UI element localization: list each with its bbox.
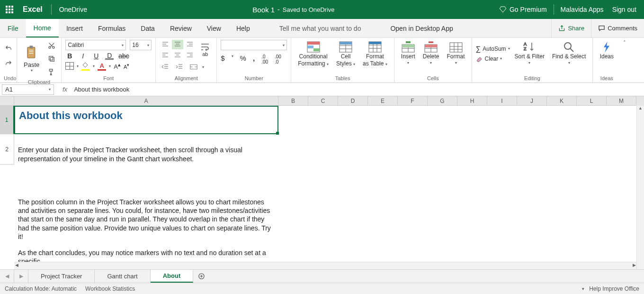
table-icon xyxy=(368,41,382,53)
grow-font-button[interactable]: A▴ xyxy=(114,62,121,70)
tab-file[interactable]: File xyxy=(0,19,26,37)
decrease-indent-button[interactable] xyxy=(160,61,171,73)
fill-color-button[interactable] xyxy=(81,62,90,70)
number-format-select[interactable]: ▾ xyxy=(221,40,287,50)
row-header-2[interactable]: 2 xyxy=(0,134,14,165)
redo-button[interactable] xyxy=(3,58,14,69)
open-desktop-button[interactable]: Open in Desktop App xyxy=(383,19,460,37)
cell-A3[interactable]: The position column in the Project Track… xyxy=(14,196,278,267)
tab-formulas[interactable]: Formulas xyxy=(90,19,133,37)
font-size-select[interactable]: 16▾ xyxy=(130,40,152,50)
onedrive-label[interactable]: OneDrive xyxy=(52,6,95,13)
formula-input[interactable]: About this workbook xyxy=(72,86,644,93)
app-launcher[interactable] xyxy=(0,0,19,19)
format-cells-button[interactable]: Format▾ xyxy=(444,40,468,66)
tab-insert[interactable]: Insert xyxy=(59,19,90,37)
align-center[interactable] xyxy=(172,50,183,60)
col-header-M[interactable]: M xyxy=(607,96,636,106)
col-header-G[interactable]: G xyxy=(428,96,457,106)
cell-styles-button[interactable]: CellStyles ▾ xyxy=(333,40,358,68)
sheet-tab-gantt-chart[interactable]: Gantt chart xyxy=(95,270,150,283)
tab-help[interactable]: Help xyxy=(229,19,258,37)
borders-button[interactable] xyxy=(65,62,74,70)
cell-A2[interactable]: Enter your data in the Project Tracker w… xyxy=(14,134,278,165)
col-header-B[interactable]: B xyxy=(278,96,308,106)
align-left[interactable] xyxy=(160,50,171,60)
bold-button[interactable]: B xyxy=(65,52,74,60)
italic-button[interactable]: I xyxy=(79,52,87,60)
format-painter-button[interactable] xyxy=(46,66,57,78)
font-color-button[interactable]: A xyxy=(98,62,106,70)
select-all-corner[interactable] xyxy=(0,96,14,106)
undo-button[interactable] xyxy=(3,43,14,54)
collapse-ribbon-button[interactable]: ˄ xyxy=(620,38,629,83)
col-header-K[interactable]: K xyxy=(547,96,577,106)
conditional-formatting-button[interactable]: ConditionalFormatting ▾ xyxy=(295,40,331,68)
find-select-button[interactable]: Find & Select▾ xyxy=(549,40,589,66)
tab-data[interactable]: Data xyxy=(133,19,162,37)
underline-button[interactable]: U xyxy=(92,52,100,60)
insert-cells-button[interactable]: Insert▾ xyxy=(398,40,418,66)
align-top-right[interactable] xyxy=(184,40,196,49)
calc-mode-status[interactable]: Calculation Mode: Automatic xyxy=(5,285,77,292)
row-header-1[interactable]: 1 xyxy=(0,106,14,134)
comma-button[interactable]: , xyxy=(253,54,255,64)
comments-button[interactable]: Comments xyxy=(591,19,644,37)
merge-button[interactable] xyxy=(188,61,199,73)
delete-icon xyxy=(424,41,438,53)
doc-title[interactable]: Book 1 xyxy=(252,6,275,14)
vertical-scrollbar[interactable]: ▲ xyxy=(636,106,644,269)
wrap-text-button[interactable]: ab xyxy=(197,42,213,58)
double-underline-button[interactable]: D xyxy=(105,53,114,60)
decrease-decimal-button[interactable]: .00.0 xyxy=(275,54,281,64)
add-sheet-button[interactable] xyxy=(193,270,209,283)
sheet-tab-about[interactable]: About xyxy=(151,270,194,283)
cut-button[interactable] xyxy=(46,40,57,51)
cell-A1[interactable]: About this workbook xyxy=(14,106,278,134)
autosum-button[interactable]: ∑AutoSum▾ xyxy=(476,45,510,53)
col-header-H[interactable]: H xyxy=(457,96,487,106)
col-header-J[interactable]: J xyxy=(517,96,547,106)
paste-button[interactable]: Paste▾ xyxy=(21,44,42,74)
col-header-E[interactable]: E xyxy=(368,96,398,106)
col-header-C[interactable]: C xyxy=(308,96,338,106)
align-top-left[interactable] xyxy=(160,40,171,49)
delete-cells-button[interactable]: Delete▾ xyxy=(420,40,442,66)
col-header-I[interactable]: I xyxy=(487,96,517,106)
share-button[interactable]: Share xyxy=(551,19,591,37)
col-header-A[interactable]: A xyxy=(14,96,278,106)
sort-filter-button[interactable]: AZ Sort & Filter▾ xyxy=(512,40,547,66)
account-name[interactable]: Malavida Apps xyxy=(554,6,610,13)
name-box[interactable]: A1▾ xyxy=(2,84,54,95)
help-improve-link[interactable]: Help Improve Office xyxy=(589,285,639,292)
tab-nav-next[interactable]: ▶ xyxy=(14,270,28,283)
horizontal-scrollbar[interactable]: ◀▶ xyxy=(14,262,637,269)
copy-button[interactable] xyxy=(46,53,57,64)
tell-me-search[interactable]: Tell me what you want to do xyxy=(272,19,369,37)
go-premium-button[interactable]: Go Premium xyxy=(492,6,554,13)
increase-decimal-button[interactable]: .0.00 xyxy=(261,54,268,64)
strikethrough-button[interactable]: abc xyxy=(118,52,127,60)
align-top-center[interactable] xyxy=(172,40,183,49)
clear-button[interactable]: Clear▾ xyxy=(476,55,510,62)
sheet-tab-project-tracker[interactable]: Project Tracker xyxy=(28,270,95,283)
tab-home[interactable]: Home xyxy=(26,19,59,37)
tab-nav-prev[interactable]: ◀ xyxy=(0,270,14,283)
format-as-table-button[interactable]: Formatas Table ▾ xyxy=(360,40,390,68)
workbook-stats-status[interactable]: Workbook Statistics xyxy=(85,285,135,292)
percent-button[interactable]: % xyxy=(240,54,246,64)
sign-out-button[interactable]: Sign out xyxy=(610,6,638,13)
shrink-font-button[interactable]: A▾ xyxy=(124,62,129,70)
ideas-button[interactable]: Ideas xyxy=(597,40,617,61)
status-menu-button[interactable]: ▾ xyxy=(577,286,589,291)
tab-view[interactable]: View xyxy=(199,19,229,37)
fx-icon[interactable]: fx xyxy=(56,86,72,93)
increase-indent-button[interactable] xyxy=(174,61,185,73)
col-header-F[interactable]: F xyxy=(398,96,428,106)
col-header-D[interactable]: D xyxy=(338,96,368,106)
font-name-select[interactable]: Calibri▾ xyxy=(65,40,126,50)
align-right[interactable] xyxy=(184,50,196,60)
col-header-L[interactable]: L xyxy=(577,96,607,106)
tab-review[interactable]: Review xyxy=(162,19,199,37)
currency-button[interactable]: $ xyxy=(221,54,224,64)
